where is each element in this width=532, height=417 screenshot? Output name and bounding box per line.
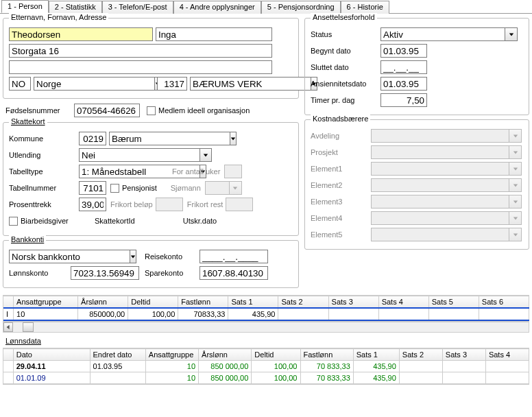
grid2-r0c5[interactable]: 70 833,33 bbox=[300, 361, 353, 372]
grid2-row-0[interactable]: 29.04.11 01.03.95 10 850 000,00 100,00 7… bbox=[3, 361, 529, 372]
fnr-input[interactable] bbox=[74, 104, 140, 117]
tab-statistikk[interactable]: 2 - Statistikk bbox=[49, 1, 102, 14]
grid1-c7[interactable] bbox=[378, 308, 428, 320]
pensjonist-checkbox[interactable] bbox=[110, 184, 119, 193]
lonnskonto-input[interactable] bbox=[71, 266, 139, 280]
grid2-r1c3[interactable]: 850 000,00 bbox=[199, 372, 252, 384]
grid1-c8[interactable] bbox=[428, 308, 479, 320]
grid2-r0c0[interactable]: 29.04.11 bbox=[13, 361, 90, 372]
address2-input[interactable] bbox=[9, 60, 272, 74]
status-dropdown-btn[interactable] bbox=[505, 27, 518, 41]
salary-summary-grid[interactable]: Ansattgruppe Årslønn Deltid Fastlønn Sat… bbox=[3, 295, 529, 322]
grid2-h6[interactable]: Sats 1 bbox=[353, 349, 399, 361]
grid2-h1[interactable]: Endret dato bbox=[90, 349, 145, 361]
grid2-r1c9[interactable] bbox=[485, 372, 529, 384]
grid2-r0c4[interactable]: 100,00 bbox=[252, 361, 300, 372]
bank-type-input[interactable] bbox=[9, 250, 130, 263]
begynt-input[interactable] bbox=[380, 44, 427, 58]
grid2-r0c7[interactable] bbox=[399, 361, 442, 372]
city-input[interactable] bbox=[190, 77, 311, 91]
kost-element4-input bbox=[371, 211, 509, 225]
grid1-h9[interactable]: Sats 6 bbox=[479, 296, 529, 309]
grid1-scrollbar[interactable] bbox=[3, 322, 529, 333]
grid2-r0c3[interactable]: 850 000,00 bbox=[199, 361, 252, 372]
fnr-label: Fødselsnummer bbox=[5, 106, 74, 115]
medlem-ideell-checkbox[interactable] bbox=[147, 106, 156, 115]
grid2-r1c1[interactable] bbox=[90, 372, 145, 384]
grid2-h8[interactable]: Sats 3 bbox=[442, 349, 485, 361]
sluttet-input[interactable] bbox=[380, 60, 427, 74]
grid1-h6[interactable]: Sats 3 bbox=[328, 296, 378, 309]
grid1-h8[interactable]: Sats 5 bbox=[428, 296, 479, 309]
grid2-r1c7[interactable] bbox=[399, 372, 442, 384]
grid1-h1[interactable]: Årslønn bbox=[78, 296, 128, 309]
grid1-c9[interactable] bbox=[479, 308, 529, 320]
grid1-h7[interactable]: Sats 4 bbox=[378, 296, 428, 309]
utlending-dropdown-btn[interactable] bbox=[200, 148, 212, 162]
scroll-left-icon[interactable] bbox=[3, 322, 13, 332]
biarbeidsgiver-checkbox[interactable] bbox=[9, 217, 18, 226]
firstname-input[interactable] bbox=[156, 27, 272, 41]
lastname-input[interactable] bbox=[9, 27, 153, 41]
address1-input[interactable] bbox=[9, 44, 272, 58]
grid2-r0c8[interactable] bbox=[442, 361, 485, 372]
lonnsdata-grid[interactable]: Dato Endret dato Ansattgruppe Årslønn De… bbox=[3, 348, 529, 385]
grid1-c3[interactable]: 70833,33 bbox=[178, 308, 228, 320]
kost-element2-label: Element2 bbox=[311, 181, 371, 189]
country-input[interactable] bbox=[34, 77, 155, 91]
grid1-h5[interactable]: Sats 2 bbox=[278, 296, 328, 309]
tab-person[interactable]: 1 - Person bbox=[1, 0, 49, 13]
tab-telefon-epost[interactable]: 3 - Telefon/E-post bbox=[102, 1, 173, 14]
ansiennitet-input[interactable] bbox=[380, 77, 427, 91]
tabellnr-input[interactable] bbox=[79, 181, 106, 195]
grid1-c4[interactable]: 435,90 bbox=[228, 308, 278, 320]
grid2-h4[interactable]: Deltid bbox=[252, 349, 300, 361]
tab-andre-opplysninger[interactable]: 4 - Andre opplysninger bbox=[173, 1, 261, 14]
grid2-r1c6[interactable]: 435,90 bbox=[353, 372, 399, 384]
grid2-r1c2[interactable]: 10 bbox=[145, 372, 198, 384]
grid2-r0c2[interactable]: 10 bbox=[145, 361, 198, 372]
grid1-h4[interactable]: Sats 1 bbox=[228, 296, 278, 309]
timer-input[interactable] bbox=[380, 93, 427, 107]
grid2-r0c9[interactable] bbox=[485, 361, 529, 372]
kommune-label: Kommune bbox=[9, 134, 79, 143]
kommune-dropdown-btn[interactable] bbox=[230, 132, 237, 145]
tab-historie[interactable]: 6 - Historie bbox=[341, 1, 389, 14]
grid2-r1c0[interactable]: 01.01.09 bbox=[13, 372, 90, 384]
grid2-r1c4[interactable]: 100,00 bbox=[252, 372, 300, 384]
grid1-row[interactable]: I 10 850000,00 100,00 70833,33 435,90 bbox=[3, 308, 529, 320]
grid2-r0c6[interactable]: 435,90 bbox=[353, 361, 399, 372]
grid2-h0[interactable]: Dato bbox=[13, 349, 90, 361]
grid2-h2[interactable]: Ansattgruppe bbox=[145, 349, 198, 361]
country-code-input[interactable] bbox=[9, 77, 31, 91]
grid1-c6[interactable] bbox=[328, 308, 378, 320]
bank-type-dropdown-btn[interactable] bbox=[130, 250, 136, 263]
grid2-h3[interactable]: Årslønn bbox=[199, 349, 252, 361]
grid2-h9[interactable]: Sats 4 bbox=[485, 349, 529, 361]
tab-pensjonsordning[interactable]: 5 - Pensjonsordning bbox=[261, 1, 341, 14]
utlending-input[interactable] bbox=[79, 148, 200, 162]
grid1-h2[interactable]: Deltid bbox=[128, 296, 178, 309]
kommune-input[interactable] bbox=[109, 132, 230, 145]
tabelltype-label: Tabelltype bbox=[9, 167, 79, 176]
sluttet-label: Sluttet dato bbox=[311, 63, 380, 71]
grid2-h7[interactable]: Sats 2 bbox=[399, 349, 442, 361]
status-input[interactable] bbox=[380, 27, 505, 41]
grid2-r1c8[interactable] bbox=[442, 372, 485, 384]
prosent-input[interactable] bbox=[79, 198, 106, 211]
grid2-h5[interactable]: Fastlønn bbox=[300, 349, 353, 361]
grid1-c0[interactable]: 10 bbox=[14, 308, 78, 320]
grid1-c2[interactable]: 100,00 bbox=[128, 308, 178, 320]
grid2-row-1[interactable]: 01.01.09 10 850 000,00 100,00 70 833,33 … bbox=[3, 372, 529, 384]
scroll-thumb[interactable] bbox=[23, 322, 34, 332]
reisekonto-input[interactable] bbox=[200, 250, 268, 263]
grid1-c5[interactable] bbox=[278, 308, 328, 320]
grid1-c1[interactable]: 850000,00 bbox=[78, 308, 128, 320]
grid2-r0c1[interactable]: 01.03.95 bbox=[90, 361, 145, 372]
grid1-h3[interactable]: Fastlønn bbox=[178, 296, 228, 309]
grid2-r1c5[interactable]: 70 833,33 bbox=[300, 372, 353, 384]
grid1-h0[interactable]: Ansattgruppe bbox=[14, 296, 78, 309]
postcode-input[interactable] bbox=[157, 77, 187, 91]
kommune-code-input[interactable] bbox=[79, 132, 106, 145]
sparekonto-input[interactable] bbox=[200, 266, 268, 280]
